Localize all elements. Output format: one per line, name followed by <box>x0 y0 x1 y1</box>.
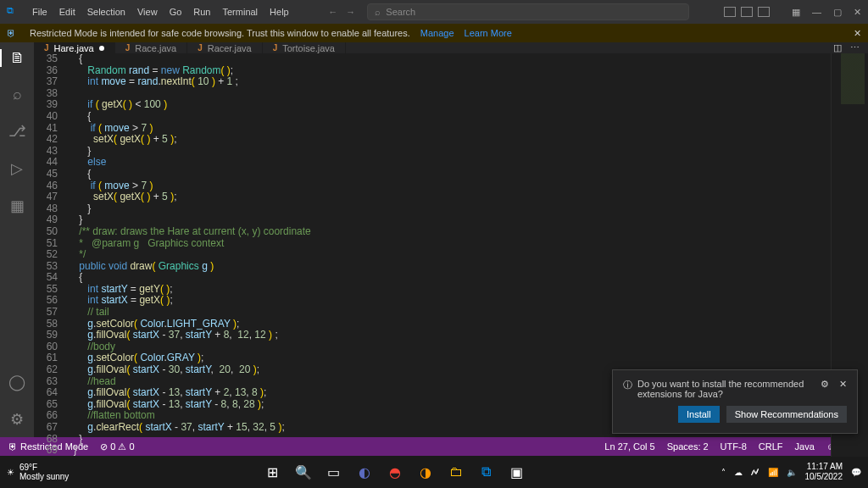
tray-wifi-icon[interactable]: 📶 <box>768 468 778 477</box>
toast-gear-icon[interactable]: ⚙ <box>821 379 829 390</box>
taskbar-clock[interactable]: 11:17 AM 10/5/2022 <box>805 462 843 482</box>
settings-gear-icon[interactable]: ⚙ <box>10 410 24 429</box>
menu-file[interactable]: File <box>27 5 53 19</box>
tray-volume-icon[interactable]: 🔈 <box>787 468 797 477</box>
line-gutter: 35 36 37 38 39 40 41 42 43 44 45 46 47 4… <box>39 53 68 457</box>
search-input[interactable]: ⌕ Search <box>367 3 689 20</box>
app-icon[interactable]: ◑ <box>414 460 437 484</box>
file-explorer-icon[interactable]: 🗀 <box>444 460 468 484</box>
toast-close-icon[interactable]: ✕ <box>839 379 847 390</box>
window-minimize-icon[interactable]: ― <box>812 7 821 17</box>
extensions-icon[interactable]: ▦ <box>10 197 25 215</box>
java-file-icon: J <box>198 43 203 53</box>
search-icon: ⌕ <box>375 7 381 17</box>
vscode-taskbar-icon[interactable]: ⧉ <box>475 460 498 484</box>
start-icon[interactable]: ⊞ <box>261 460 285 484</box>
tray-chevron-icon[interactable]: ˄ <box>721 468 726 477</box>
explorer-icon[interactable]: 🗎 <box>0 49 34 67</box>
menu-run[interactable]: Run <box>188 5 215 19</box>
source-control-icon[interactable]: ⎇ <box>8 122 26 141</box>
weather-desc: Mostly sunny <box>19 472 69 481</box>
window-maximize-icon[interactable]: ▢ <box>833 7 842 18</box>
accounts-icon[interactable]: ◯ <box>8 373 25 391</box>
nav-forward-icon[interactable]: → <box>346 7 355 17</box>
taskbar-weather[interactable]: ☀ 69°F Mostly sunny <box>7 463 69 481</box>
app-icon[interactable]: ▣ <box>505 460 529 484</box>
tray-cloud-icon[interactable]: ☁ <box>734 468 743 477</box>
main-menu: FileEditSelectionViewGoRunTerminalHelp <box>27 5 294 19</box>
toast-install-button[interactable]: Install <box>678 406 720 423</box>
menu-go[interactable]: Go <box>164 5 187 19</box>
tab-racer-java[interactable]: JRacer.java <box>187 42 263 53</box>
weather-temp: 69°F <box>19 463 69 472</box>
restricted-mode-banner: ⛨ Restricted Mode is intended for safe c… <box>0 24 868 42</box>
java-file-icon: J <box>273 43 278 53</box>
menu-view[interactable]: View <box>132 5 163 19</box>
toast-show-button[interactable]: Show Recommendations <box>726 406 847 423</box>
tab-label: Tortoise.java <box>282 43 335 53</box>
tray-battery-icon[interactable]: 🗲 <box>751 468 760 477</box>
window-close-icon[interactable]: ✕ <box>854 7 861 18</box>
banner-learn-link[interactable]: Learn More <box>465 28 512 38</box>
run-debug-icon[interactable]: ▷ <box>11 159 23 178</box>
tray-notification-icon[interactable]: 💬 <box>851 468 861 477</box>
java-file-icon: J <box>125 43 131 53</box>
more-actions-icon[interactable]: ⋯ <box>850 42 860 53</box>
tab-label: Race.java <box>135 43 176 53</box>
split-editor-icon[interactable]: ◫ <box>833 42 842 53</box>
tab-label: Racer.java <box>208 43 252 53</box>
task-view-icon[interactable]: ▭ <box>322 460 346 484</box>
nav-back-icon[interactable]: ← <box>328 7 337 17</box>
weather-icon: ☀ <box>7 468 14 477</box>
app-icon[interactable]: ◓ <box>383 460 407 484</box>
banner-close-icon[interactable]: ✕ <box>854 28 861 39</box>
search-placeholder: Search <box>386 7 415 17</box>
extension-recommendation-toast: ⓘ Do you want to install the recommended… <box>612 369 858 434</box>
toast-message: Do you want to install the recommended e… <box>637 379 815 399</box>
tab-race-java[interactable]: JRace.java <box>115 42 187 53</box>
app-icon[interactable]: ◐ <box>353 460 376 484</box>
dirty-dot-icon <box>99 46 104 51</box>
layout-grid-icon[interactable]: ▦ <box>792 7 800 18</box>
info-icon: ⓘ <box>623 379 632 391</box>
editor-tabs: JHare.javaJRace.javaJRacer.javaJTortoise… <box>34 42 868 53</box>
menu-edit[interactable]: Edit <box>54 5 81 19</box>
layout-toggle-icons[interactable] <box>724 7 770 17</box>
taskbar-search-icon[interactable]: 🔍 <box>292 460 315 484</box>
vscode-logo-icon: ⧉ <box>7 5 20 19</box>
search-activity-icon[interactable]: ⌕ <box>13 86 22 103</box>
menu-selection[interactable]: Selection <box>82 5 131 19</box>
menu-terminal[interactable]: Terminal <box>218 5 264 19</box>
windows-taskbar: ☀ 69°F Mostly sunny ⊞ 🔍 ▭ ◐ ◓ ◑ 🗀 ⧉ ▣ ˄ … <box>0 456 868 488</box>
menu-help[interactable]: Help <box>264 5 294 19</box>
shield-icon: ⛨ <box>7 28 16 38</box>
banner-text: Restricted Mode is intended for safe cod… <box>30 28 410 38</box>
banner-manage-link[interactable]: Manage <box>420 28 454 38</box>
tab-tortoise-java[interactable]: JTortoise.java <box>263 42 346 53</box>
activity-bar: 🗎 ⌕ ⎇ ▷ ▦ ◯ ⚙ <box>0 42 34 437</box>
java-file-icon: J <box>44 43 49 53</box>
tab-label: Hare.java <box>54 43 94 53</box>
